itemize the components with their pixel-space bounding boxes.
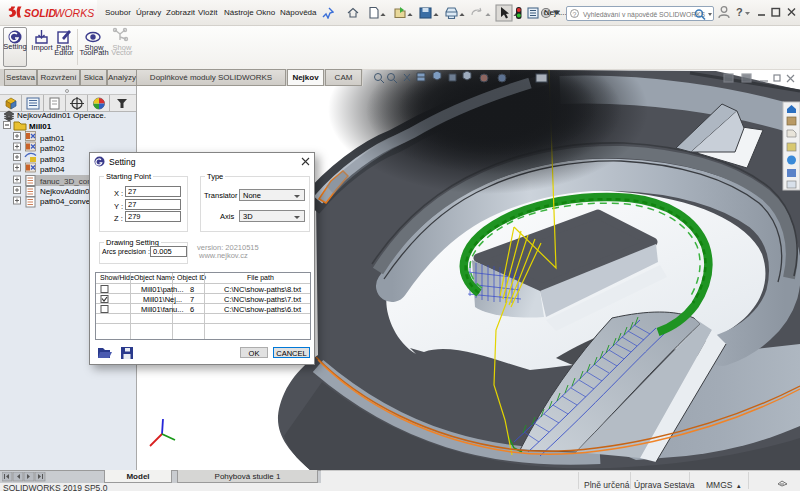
svg-text:WORKS: WORKS [55, 7, 95, 19]
svg-text:8: 8 [190, 285, 194, 294]
svg-text:Mill01\fanu...: Mill01\fanu... [141, 305, 184, 314]
svg-text:NejkovAddin01 Operace.: NejkovAddin01 Operace. [17, 111, 106, 120]
svg-text:C:\NC\show-paths\7.txt: C:\NC\show-paths\7.txt [224, 295, 302, 304]
svg-text:path02: path02 [40, 144, 65, 153]
svg-text:path01: path01 [40, 134, 65, 143]
svg-text:SOLID: SOLID [24, 7, 57, 19]
svg-text:6: 6 [190, 305, 194, 314]
svg-text:path03: path03 [40, 155, 65, 164]
svg-text:Mill01\Nej...: Mill01\Nej... [143, 295, 182, 304]
svg-text:Mill01: Mill01 [29, 122, 52, 131]
svg-text:C:\NC\show-paths\6.txt: C:\NC\show-paths\6.txt [224, 305, 302, 314]
svg-text:C:\NC\show-paths\8.txt: C:\NC\show-paths\8.txt [224, 285, 302, 294]
svg-text:path04: path04 [40, 165, 65, 174]
svg-text:Mill01\path...: Mill01\path... [141, 285, 184, 294]
svg-text:?: ? [736, 6, 743, 18]
svg-text:7: 7 [190, 295, 194, 304]
